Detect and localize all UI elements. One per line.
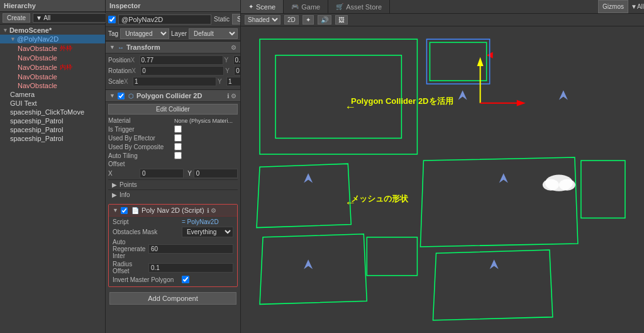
hierarchy-item-spaceship-patrol2[interactable]: spaceship_Patrol (0, 125, 105, 134)
auto-tiling-checkbox[interactable] (174, 152, 182, 159)
scale-x[interactable] (133, 77, 216, 86)
transform-settings-icon[interactable]: ⚙ (231, 44, 236, 51)
points-fold[interactable]: ▶ Points (108, 179, 238, 189)
position-x[interactable] (140, 55, 223, 65)
tag-dropdown[interactable]: Untagged (120, 28, 169, 39)
points-label: Points (119, 181, 137, 188)
invert-label: Invert Master Polygon (113, 276, 182, 283)
demoscene-label: DemoScene* (9, 26, 52, 34)
offset-label: Offset (108, 161, 174, 167)
transform-header: ▼ ↔ Transform ⚙ (106, 41, 240, 54)
hierarchy-item-demoscene[interactable]: ▼ DemoScene* (0, 26, 105, 35)
lights-button[interactable]: ✦ (303, 15, 314, 25)
hierarchy-item-camera[interactable]: Camera (0, 90, 105, 99)
is-trigger-checkbox[interactable] (174, 125, 182, 133)
scene-svg (241, 26, 644, 333)
nav1-label: NavObstacle (18, 45, 57, 52)
used-by-composite-row: Used By Composite (108, 143, 238, 150)
position-row: Position X Y Z (108, 55, 238, 65)
material-row: Material None (Physics Materi... (108, 117, 238, 124)
script-active-checkbox[interactable] (121, 207, 128, 214)
offset-x-input[interactable] (140, 169, 184, 178)
used-by-effector-label: Used By Effector (108, 135, 174, 142)
script-script-row: Script = PolyNav2D (113, 218, 233, 225)
position-y[interactable] (233, 55, 241, 65)
scale-label: Scale (108, 78, 124, 85)
script-header: ▼ 📄 Poly Nav 2D (Script) ℹ ⚙ (109, 205, 237, 217)
layer-dropdown[interactable]: Default (189, 28, 238, 39)
scale-y[interactable] (226, 77, 241, 86)
gameobj-name-input[interactable] (118, 14, 211, 25)
hierarchy-item-spaceship-patrol3[interactable]: spaceship_Patrol (0, 134, 105, 143)
scale-xyz: X Y Z (124, 77, 241, 86)
polygon-icons: ℹ ⚙ (227, 93, 236, 99)
hierarchy-title: Hierarchy (4, 2, 36, 9)
used-by-composite-checkbox[interactable] (174, 143, 182, 150)
script-script-label: Script (113, 218, 182, 225)
add-component-button[interactable]: Add Component (109, 292, 236, 305)
scene-view[interactable]: Polygon Collider 2Dを活用 ← メッシュの形状 ← (241, 26, 644, 333)
shaded-dropdown[interactable]: Shaded (245, 15, 280, 25)
material-value: None (Physics Materi... (174, 118, 238, 124)
radius-input[interactable] (148, 263, 233, 273)
position-xyz: X Y Z (131, 55, 241, 65)
tab-asset-store[interactable]: 🛒 Asset Store (328, 0, 390, 13)
script-info-icon[interactable]: ℹ (207, 207, 209, 214)
polygon-info-icon[interactable]: ℹ (227, 93, 230, 99)
auto-regen-label: Auto Regenerate Inter (113, 239, 148, 259)
hierarchy-item-nav3[interactable]: NavObstacle 内枠 (0, 62, 105, 72)
polygon-active-checkbox[interactable] (118, 93, 125, 99)
info-fold[interactable]: ▶ Info (108, 189, 238, 200)
hierarchy-item-nav5[interactable]: NavObstacle (0, 81, 105, 90)
gizmos-button[interactable]: Gizmos (598, 0, 628, 13)
y-label: Y (225, 57, 232, 64)
polygon-settings-icon[interactable]: ⚙ (231, 93, 236, 99)
material-label: Material (108, 117, 174, 124)
auto-tiling-label: Auto Tiling (108, 152, 174, 159)
rotation-y[interactable] (234, 66, 241, 76)
obstacles-dropdown[interactable]: Everything (182, 227, 233, 237)
gizmos-all-label: ▼All (631, 0, 644, 13)
obstacles-row: Obstacles Mask Everything (113, 227, 233, 237)
hierarchy-item-spaceship-click[interactable]: spaceship_ClickToMove (0, 108, 105, 116)
arrow-icon: ▼ (3, 27, 8, 33)
rx-label: X (131, 67, 139, 74)
script-title: Poly Nav 2D (Script) (142, 206, 204, 214)
edit-collider-button[interactable]: Edit Collider (108, 104, 238, 115)
rotation-x[interactable] (140, 66, 224, 76)
invert-checkbox[interactable] (182, 276, 189, 283)
hierarchy-item-guitext[interactable]: GUI Text (0, 99, 105, 108)
spaceship-click-label: spaceship_ClickToMove (10, 108, 84, 116)
image-button[interactable]: 🖼 (335, 15, 348, 25)
used-by-effector-checkbox[interactable] (174, 134, 182, 142)
tab-scene[interactable]: ✦ Scene (241, 0, 284, 13)
is-trigger-label: Is Trigger (108, 126, 174, 133)
asset-store-tab-icon: 🛒 (336, 3, 343, 10)
hierarchy-toolbar: Create (0, 12, 105, 25)
audio-button[interactable]: 🔊 (318, 15, 331, 25)
polygon-title: Polygon Collider 2D (136, 92, 225, 99)
offset-row: Offset (108, 161, 238, 167)
hierarchy-item-polynav2d[interactable]: ▼ @PolyNav2D (0, 35, 105, 43)
rotation-row: Rotation X Y Z (108, 66, 238, 76)
transform-icons: ⚙ (231, 44, 236, 51)
scene-tab-label: Scene (256, 3, 275, 11)
tab-game[interactable]: 🎮 Game (284, 0, 328, 13)
nav2-label: NavObstacle (18, 54, 57, 62)
offset-y-input[interactable] (194, 169, 238, 178)
hierarchy-item-spaceship-patrol1[interactable]: spaceship_Patrol (0, 116, 105, 125)
script-fold-icon: ▼ (113, 207, 118, 213)
active-checkbox[interactable] (108, 16, 116, 23)
script-settings-icon[interactable]: ⚙ (211, 207, 216, 214)
hierarchy-item-nav1[interactable]: NavObstacle 外枠 (0, 43, 105, 54)
static-dropdown[interactable]: Static (232, 14, 241, 25)
2d-button[interactable]: 2D (284, 15, 299, 25)
polygon-icon: ⬡ (128, 93, 134, 99)
hierarchy-item-nav4[interactable]: NavObstacle (0, 72, 105, 81)
static-label: Static (214, 16, 230, 23)
create-button[interactable]: Create (3, 13, 30, 23)
used-by-effector-row: Used By Effector (108, 134, 238, 142)
hierarchy-item-nav2[interactable]: NavObstacle (0, 54, 105, 62)
script-component: ▼ 📄 Poly Nav 2D (Script) ℹ ⚙ Script = Po… (108, 204, 238, 287)
auto-regen-input[interactable] (148, 244, 233, 254)
